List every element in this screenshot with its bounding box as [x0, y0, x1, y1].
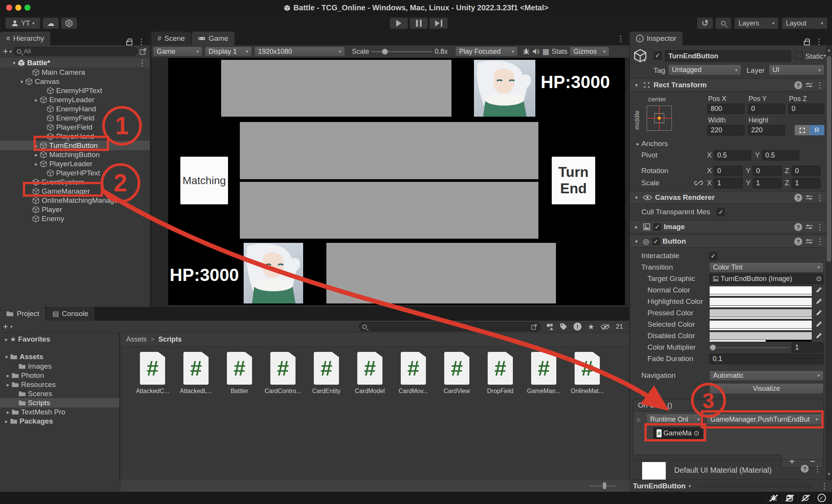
width-field[interactable]: 220	[707, 125, 745, 135]
matching-button[interactable]: Matching	[180, 157, 228, 204]
pivot-x-field[interactable]: 0.5	[714, 150, 751, 161]
pause-button[interactable]	[410, 18, 428, 29]
asset-cardview[interactable]: #CardView	[435, 352, 479, 395]
height-field[interactable]: 220	[748, 125, 785, 135]
visualize-button[interactable]: Visualize	[709, 383, 824, 394]
hierarchy-item-enemy[interactable]: Enemy	[0, 214, 150, 223]
layout-dropdown[interactable]: Layout▾	[782, 18, 827, 29]
resolution-dropdown[interactable]: 1920x1080▾	[254, 47, 345, 56]
pos-y-field[interactable]: 0	[748, 104, 785, 114]
navigation-dropdown[interactable]: Automatic▾	[709, 371, 824, 381]
popup-menu-icon[interactable]: ⋮	[821, 482, 828, 490]
tree-item-textmeshpro[interactable]: ▸ TextMesh Pro	[0, 407, 119, 417]
gizmos-dropdown[interactable]: Gizmos▾	[570, 47, 609, 56]
search-by-type-icon[interactable]	[546, 323, 554, 331]
material-menu-icon[interactable]: ⋮	[814, 465, 821, 473]
tree-item-assets[interactable]: ▾ Assets	[0, 352, 119, 361]
hierarchy-search-input[interactable]	[13, 47, 138, 56]
create-asset-button[interactable]: +	[3, 322, 8, 332]
pos-z-field[interactable]: 0	[788, 104, 824, 114]
display-number-dropdown[interactable]: Display 1▾	[205, 47, 252, 56]
tree-item-photon[interactable]: ▸ Photon	[0, 371, 119, 380]
hierarchy-item-matchingbutton[interactable]: ▸ MatchingButton	[0, 150, 150, 159]
favorites-star-icon[interactable]: ★	[588, 322, 594, 331]
step-button[interactable]	[429, 18, 448, 29]
activity-ok-icon[interactable]: ✓	[814, 493, 829, 503]
inspector-menu-icon[interactable]: ⋮	[815, 38, 823, 45]
tab-hierarchy[interactable]: ≡ Hierarchy	[0, 32, 50, 45]
layers-dropdown[interactable]: Layers▾	[734, 18, 779, 29]
vsync-grid-icon[interactable]: ▦	[542, 47, 549, 56]
target-graphic-object-field[interactable]: TurnEndButton (Image) ⊙	[709, 274, 824, 284]
inspector-lock-icon[interactable]	[804, 41, 810, 45]
asset-attackedc[interactable]: #AttackedC...	[131, 352, 174, 395]
raw-edit-toggle[interactable]: R	[810, 125, 824, 135]
tag-dropdown[interactable]: Untagged▾	[668, 64, 741, 75]
presets-icon[interactable]	[805, 194, 813, 201]
version-control-button[interactable]	[61, 18, 77, 29]
inspector-scrollbar-thumb[interactable]	[827, 56, 831, 262]
reorder-handle-icon[interactable]: =	[636, 416, 641, 424]
tab-scene[interactable]: # Scene	[151, 32, 191, 45]
scale-z-field[interactable]: 1	[792, 178, 821, 188]
tab-inspector[interactable]: i Inspector	[630, 32, 683, 45]
project-search-input[interactable]	[359, 322, 541, 331]
pos-x-field[interactable]: 800	[707, 104, 745, 114]
play-button[interactable]	[390, 18, 408, 29]
scale-y-field[interactable]: 1	[753, 178, 782, 188]
interactable-checkbox[interactable]: ✓	[709, 252, 717, 260]
bug-icon[interactable]	[522, 48, 530, 55]
blueprint-mode-toggle[interactable]	[795, 125, 810, 135]
asset-cardmovement[interactable]: #CardMov...	[392, 352, 435, 395]
play-focused-dropdown[interactable]: Play Focused▾	[455, 47, 518, 56]
drag-grip[interactable]	[698, 485, 814, 488]
constrain-proportions-icon[interactable]	[694, 179, 703, 187]
object-picker-icon[interactable]: ⊙	[816, 274, 822, 283]
chevron-down-icon[interactable]: ▾	[689, 483, 691, 489]
disabled-color-swatch[interactable]	[709, 332, 812, 340]
lock-icon[interactable]	[126, 41, 132, 45]
foldout-icon[interactable]: ▾	[633, 194, 640, 201]
asset-attackedl[interactable]: #AttackedL...	[174, 352, 218, 395]
scene-menu-icon[interactable]: ⋮	[138, 59, 146, 67]
foldout-icon[interactable]: ▸	[633, 224, 640, 230]
thumbnail-size-slider-thumb[interactable]	[603, 482, 606, 489]
anchors-foldout-row[interactable]: ▸Anchors	[630, 138, 827, 149]
layer-dropdown[interactable]: UI▾	[769, 64, 824, 75]
gameobject-name-field[interactable]: TurnEndButton	[665, 50, 791, 62]
asset-cardmodel[interactable]: #CardModel	[348, 352, 392, 395]
turn-end-button[interactable]: TurnEnd	[552, 157, 595, 204]
auto-refresh-disabled-icon[interactable]	[798, 493, 813, 503]
account-dropdown[interactable]: YT▾	[5, 18, 40, 29]
undo-history-button[interactable]: ↺	[697, 18, 713, 29]
search-by-label-icon[interactable]	[560, 323, 567, 331]
selected-color-swatch[interactable]	[709, 320, 812, 329]
rotation-y-field[interactable]: 0	[753, 166, 782, 176]
asset-cardcontroller[interactable]: #CardContro...	[261, 352, 305, 395]
image-component-header[interactable]: ▸ ✓ Image ? ⋮	[630, 220, 827, 233]
presets-icon[interactable]	[805, 81, 813, 89]
asset-gamemanager[interactable]: #GameMan...	[522, 352, 565, 395]
hierarchy-item-enemyleader[interactable]: ▸ EnemyLeader	[0, 95, 150, 104]
normal-color-swatch[interactable]	[709, 286, 812, 294]
pivot-y-field[interactable]: 0.5	[762, 150, 799, 161]
button-enabled-checkbox[interactable]: ✓	[652, 238, 660, 245]
game-view-menu-icon[interactable]: ⋮	[617, 35, 625, 42]
eyedropper-icon[interactable]	[814, 308, 824, 318]
hierarchy-menu-icon[interactable]: ⋮	[138, 38, 145, 45]
help-icon[interactable]: ?	[794, 223, 802, 231]
eyedropper-icon[interactable]	[814, 297, 824, 307]
asset-onlinematchingmanager[interactable]: #OnlineMat...	[565, 352, 609, 395]
hierarchy-item-player[interactable]: Player	[0, 205, 150, 214]
tree-item-scenes[interactable]: Scenes	[0, 389, 119, 398]
tree-item-images[interactable]: Images	[0, 361, 119, 371]
scale-slider-thumb[interactable]	[382, 49, 388, 55]
tab-project[interactable]: Project	[0, 307, 45, 321]
eyedropper-icon[interactable]	[814, 285, 824, 295]
tab-console[interactable]: ▤ Console	[46, 307, 95, 321]
help-icon[interactable]: ?	[794, 238, 802, 246]
component-menu-icon[interactable]: ⋮	[816, 81, 824, 89]
component-menu-icon[interactable]: ⋮	[816, 238, 824, 245]
eyedropper-icon[interactable]	[814, 331, 824, 341]
mute-audio-icon[interactable]	[532, 48, 540, 55]
